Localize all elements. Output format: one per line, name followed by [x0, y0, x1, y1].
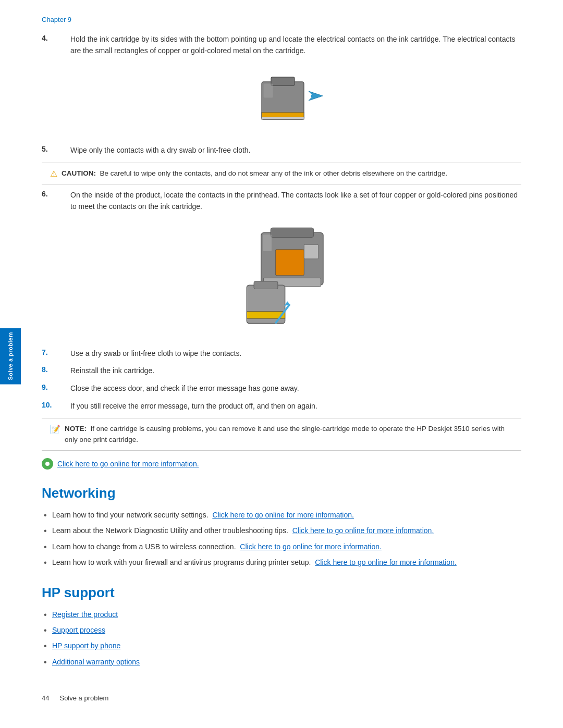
step-6-text: On the inside of the product, locate the… — [70, 190, 521, 212]
green-circle-icon — [42, 458, 53, 470]
step-9: 9. Close the access door, and check if t… — [42, 383, 521, 394]
bullet-dot-3: • — [42, 541, 52, 553]
step-6: 6. On the inside of the product, locate … — [42, 190, 521, 212]
svg-rect-14 — [254, 281, 278, 289]
caution-text: CAUTION: Be careful to wipe only the con… — [62, 168, 447, 179]
hp-support-link-1[interactable]: Register the product — [52, 610, 118, 619]
hp-support-item-1-content: Register the product — [52, 609, 521, 620]
step-9-text: Close the access door, and check if the … — [70, 383, 521, 394]
hp-bullet-dot-1: • — [42, 609, 52, 621]
step-8: 8. Reinstall the ink cartridge. — [42, 365, 521, 377]
step-10-number: 10. — [42, 401, 70, 412]
svg-rect-11 — [304, 244, 319, 259]
caution-label: CAUTION: — [62, 169, 96, 177]
step-8-text: Reinstall the ink cartridge. — [70, 365, 521, 377]
networking-item-4-text-before: Learn how to work with your firewall and… — [52, 558, 311, 566]
networking-item-2: • Learn about the Network Diagnostic Uti… — [42, 525, 521, 537]
footer-label: Solve a problem — [59, 694, 108, 702]
svg-rect-6 — [264, 84, 273, 98]
svg-rect-1 — [271, 77, 295, 85]
networking-title: Networking — [42, 485, 521, 501]
step-7-text: Use a dry swab or lint-free cloth to wip… — [70, 348, 521, 360]
cartridge-illustration-2 — [222, 223, 368, 338]
caution-box: ⚠ CAUTION: Be careful to wipe only the c… — [42, 163, 521, 184]
networking-item-3-link[interactable]: Click here to go online for more informa… — [240, 542, 382, 551]
networking-item-1: • Learn how to find your network securit… — [42, 510, 521, 521]
note-body: If one cartridge is causing problems, yo… — [65, 425, 505, 443]
caution-icon: ⚠ — [50, 169, 57, 179]
step-5-text: Wipe only the contacts with a dry swab o… — [70, 145, 521, 156]
networking-item-3-content: Learn how to change from a USB to wirele… — [52, 541, 521, 552]
step-10-text: If you still receive the error message, … — [70, 401, 521, 412]
networking-item-1-link[interactable]: Click here to go online for more informa… — [212, 511, 354, 519]
sidebar-tab[interactable]: Solve a problem — [0, 328, 21, 384]
svg-rect-3 — [262, 117, 304, 120]
svg-rect-9 — [275, 249, 304, 275]
step-4-text: Hold the ink cartridge by its sides with… — [70, 34, 521, 56]
step-7: 7. Use a dry swab or lint-free cloth to … — [42, 348, 521, 360]
networking-item-1-text-before: Learn how to find your network security … — [52, 511, 209, 519]
svg-rect-8 — [271, 228, 314, 237]
caution-body: Be careful to wipe only the contacts, an… — [100, 169, 447, 177]
online-link-container: Click here to go online for more informa… — [42, 458, 521, 470]
hp-bullet-dot-3: • — [42, 640, 52, 652]
sidebar-tab-label: Solve a problem — [0, 328, 21, 384]
step-5: 5. Wipe only the contacts with a dry swa… — [42, 145, 521, 156]
chapter-header: Chapter 9 — [42, 16, 521, 23]
bullet-dot-1: • — [42, 510, 52, 521]
step-4: 4. Hold the ink cartridge by its sides w… — [42, 34, 521, 56]
hp-support-item-4-content: Additional warranty options — [52, 657, 521, 668]
step-6-number: 6. — [42, 190, 70, 212]
cartridge-image-2 — [68, 223, 521, 338]
note-box: 📝 NOTE: If one cartridge is causing prob… — [42, 418, 521, 451]
bullet-dot-4: • — [42, 557, 52, 569]
hp-support-item-1: • Register the product — [42, 609, 521, 621]
step-9-number: 9. — [42, 383, 70, 394]
networking-item-4-link[interactable]: Click here to go online for more informa… — [315, 558, 457, 566]
networking-item-4: • Learn how to work with your firewall a… — [42, 557, 521, 569]
hp-support-item-3-content: HP support by phone — [52, 640, 521, 651]
online-link[interactable]: Click here to go online for more informa… — [57, 460, 199, 468]
hp-support-item-2: • Support process — [42, 625, 521, 636]
note-text: NOTE: If one cartridge is causing proble… — [65, 424, 513, 445]
hp-bullet-dot-2: • — [42, 625, 52, 636]
networking-list: • Learn how to find your network securit… — [42, 510, 521, 569]
page-footer: 44 Solve a problem — [42, 689, 521, 702]
hp-support-title: HP support — [42, 585, 521, 601]
cartridge-image-1 — [68, 67, 521, 134]
hp-support-link-2[interactable]: Support process — [52, 626, 105, 634]
hp-support-item-3: • HP support by phone — [42, 640, 521, 652]
hp-support-list: • Register the product • Support process… — [42, 609, 521, 669]
networking-item-2-text-before: Learn about the Network Diagnostic Utili… — [52, 526, 288, 535]
networking-item-4-content: Learn how to work with your firewall and… — [52, 557, 521, 568]
step-5-number: 5. — [42, 145, 70, 156]
hp-support-link-3[interactable]: HP support by phone — [52, 641, 120, 650]
hp-support-item-2-content: Support process — [52, 625, 521, 636]
step-4-number: 4. — [42, 34, 70, 56]
hp-support-item-4: • Additional warranty options — [42, 657, 521, 668]
networking-item-2-content: Learn about the Network Diagnostic Utili… — [52, 525, 521, 536]
cartridge-illustration-1 — [248, 67, 341, 134]
networking-item-3: • Learn how to change from a USB to wire… — [42, 541, 521, 553]
step-8-number: 8. — [42, 365, 70, 377]
hp-support-link-4[interactable]: Additional warranty options — [52, 658, 140, 666]
step-10: 10. If you still receive the error messa… — [42, 401, 521, 412]
networking-item-3-text-before: Learn how to change from a USB to wirele… — [52, 542, 236, 551]
networking-item-1-content: Learn how to find your network security … — [52, 510, 521, 521]
note-icon: 📝 — [50, 424, 60, 434]
hp-bullet-dot-4: • — [42, 657, 52, 668]
svg-rect-17 — [263, 235, 272, 251]
networking-item-2-link[interactable]: Click here to go online for more informa… — [292, 526, 434, 535]
step-7-number: 7. — [42, 348, 70, 360]
page-number: 44 — [42, 694, 49, 702]
note-label: NOTE: — [65, 425, 87, 433]
bullet-dot-2: • — [42, 525, 52, 537]
